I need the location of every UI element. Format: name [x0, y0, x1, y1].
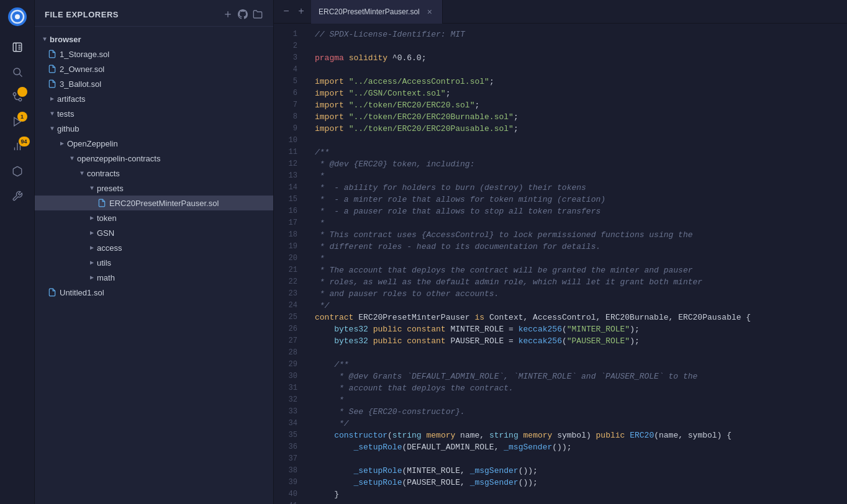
- sol-file-icon-erc20: [97, 198, 107, 208]
- editor-tabs: − + ERC20PresetMinterPauser.sol ×: [274, 0, 847, 24]
- svg-point-2: [15, 14, 20, 19]
- new-file-icon[interactable]: [222, 9, 233, 20]
- file-1storage[interactable]: 1_Storage.sol: [35, 47, 273, 61]
- search-icon-btn[interactable]: [6, 61, 29, 83]
- folder-icon[interactable]: [252, 9, 263, 20]
- git-icon-btn[interactable]: [6, 86, 29, 108]
- code-area[interactable]: // SPDX-License-Identifier: MIT pragma s…: [305, 24, 847, 504]
- artifacts-arrow: ▶: [47, 94, 57, 104]
- file-1storage-label: 1_Storage.sol: [60, 50, 109, 59]
- svg-point-10: [13, 92, 16, 96]
- file-2owner-label: 2_Owner.sol: [60, 65, 104, 74]
- folder-presets[interactable]: ▼ presets: [35, 181, 273, 196]
- gsn-label: GSN: [97, 228, 114, 238]
- utils-label: utils: [97, 258, 111, 268]
- zoom-in-btn[interactable]: +: [294, 4, 309, 19]
- sol-file-icon-untitled: [47, 287, 57, 297]
- editor-content: 12345 678910 1112131415 1617181920 21222…: [274, 24, 847, 504]
- file-untitled1[interactable]: Untitled1.sol: [35, 285, 273, 300]
- math-arrow: ▶: [87, 272, 97, 282]
- tab-filename: ERC20PresetMinterPauser.sol: [319, 7, 420, 16]
- sidebar-content: ▼ browser 1_Storage.sol 2_Owner.sol 3_Ba…: [35, 27, 273, 504]
- browser-root[interactable]: ▼ browser: [35, 32, 273, 47]
- access-arrow: ▶: [87, 243, 97, 253]
- browser-arrow: ▼: [40, 34, 50, 44]
- editor-area: − + ERC20PresetMinterPauser.sol × 12345 …: [274, 0, 847, 504]
- analytics-icon-btn[interactable]: 94: [6, 135, 29, 158]
- svg-point-8: [14, 68, 20, 75]
- folder-openzeppelin-contracts[interactable]: ▼ openzeppelin-contracts: [35, 151, 273, 166]
- tests-label: tests: [57, 109, 74, 119]
- sol-file-icon-3: [47, 79, 57, 89]
- icon-bar: 1 94: [0, 0, 35, 504]
- file-3ballot-label: 3_Ballot.sol: [60, 79, 101, 89]
- contracts-arrow: ▼: [77, 168, 87, 178]
- folder-contracts[interactable]: ▼ contracts: [35, 166, 273, 181]
- github-tree-arrow: ▼: [47, 124, 57, 133]
- folder-utils[interactable]: ▶ utils: [35, 255, 273, 270]
- folder-math[interactable]: ▶ math: [35, 270, 273, 285]
- folder-github[interactable]: ▼ github: [35, 121, 273, 136]
- svg-line-9: [19, 74, 22, 76]
- zoom-out-btn[interactable]: −: [279, 4, 294, 19]
- browser-label: browser: [50, 35, 81, 44]
- math-label: math: [97, 273, 115, 282]
- artifacts-label: artifacts: [57, 94, 86, 104]
- analytics-badge: 94: [19, 137, 30, 146]
- oz-contracts-label: openzeppelin-contracts: [77, 154, 160, 163]
- debug-badge: 1: [17, 112, 27, 122]
- folder-openzeppelin[interactable]: ▶ OpenZeppelin: [35, 136, 273, 151]
- logo: [6, 5, 29, 29]
- line-numbers: 12345 678910 1112131415 1617181920 21222…: [274, 24, 305, 504]
- file-3ballot[interactable]: 3_Ballot.sol: [35, 76, 273, 91]
- sol-file-icon: [47, 49, 57, 59]
- sidebar-header: FILE EXPLORERS: [35, 0, 273, 27]
- presets-label: presets: [97, 184, 124, 193]
- github-label: github: [57, 124, 79, 133]
- file-untitled1-label: Untitled1.sol: [60, 288, 104, 297]
- sidebar: FILE EXPLORERS ▼ browser: [35, 0, 274, 504]
- deploy-icon-btn[interactable]: [6, 160, 29, 182]
- folder-artifacts[interactable]: ▶ artifacts: [35, 91, 273, 106]
- gsn-arrow: ▶: [87, 228, 97, 238]
- sol-file-icon-2: [47, 64, 57, 74]
- github-icon[interactable]: [237, 9, 248, 20]
- access-label: access: [97, 243, 122, 253]
- sidebar-title: FILE EXPLORERS: [45, 10, 119, 19]
- file-erc20preset-label: ERC20PresetMinterPauser.sol: [109, 199, 219, 208]
- tests-arrow: ▼: [47, 109, 57, 119]
- debug-icon-btn[interactable]: 1: [6, 110, 29, 133]
- file-2owner[interactable]: 2_Owner.sol: [35, 61, 273, 76]
- folder-token[interactable]: ▶ token: [35, 210, 273, 225]
- svg-point-11: [19, 98, 22, 101]
- contracts-label: contracts: [87, 169, 120, 178]
- utils-arrow: ▶: [87, 258, 97, 268]
- openzeppelin-label: OpenZeppelin: [67, 139, 118, 148]
- files-icon-btn[interactable]: [6, 36, 29, 58]
- folder-gsn[interactable]: ▶ GSN: [35, 225, 273, 240]
- folder-tests[interactable]: ▼ tests: [35, 106, 273, 121]
- sidebar-actions: [222, 9, 263, 20]
- folder-access[interactable]: ▶ access: [35, 240, 273, 255]
- oz-contracts-arrow: ▼: [67, 153, 77, 163]
- openzeppelin-arrow: ▶: [57, 138, 67, 148]
- tab-erc20preset[interactable]: ERC20PresetMinterPauser.sol ×: [311, 0, 443, 24]
- presets-arrow: ▼: [87, 183, 97, 193]
- file-erc20preset[interactable]: ERC20PresetMinterPauser.sol: [35, 196, 273, 210]
- tab-close-btn[interactable]: ×: [425, 7, 435, 17]
- git-badge: [17, 87, 27, 97]
- token-label: token: [97, 214, 117, 223]
- token-arrow: ▶: [87, 213, 97, 223]
- plugin-icon-btn[interactable]: [6, 185, 29, 207]
